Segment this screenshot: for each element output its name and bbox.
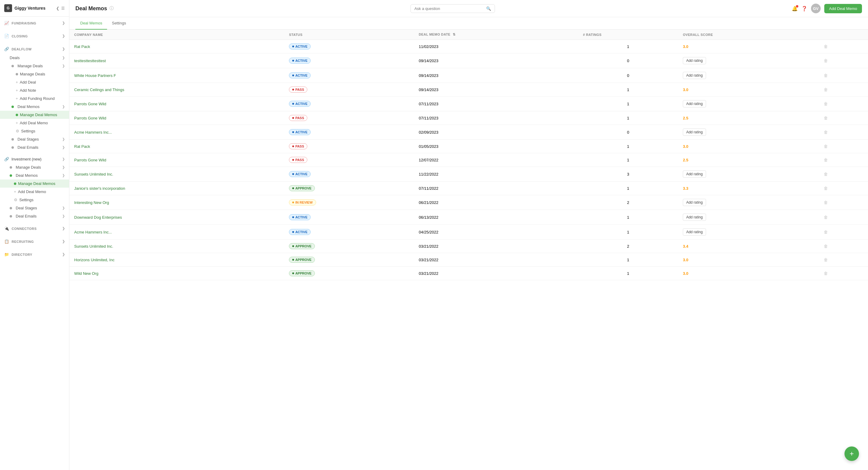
sidebar-collapse-button[interactable]: ❮ ☰ bbox=[56, 6, 65, 10]
sidebar-item-deal-emails-1[interactable]: Deal Emails ❯ bbox=[0, 143, 69, 151]
company-link[interactable]: Rat Pack bbox=[74, 44, 90, 49]
col-date[interactable]: DEAL MEMO DATE ⇅ bbox=[414, 30, 578, 40]
company-link[interactable]: Janice's sister's incorporation bbox=[74, 186, 125, 191]
delete-icon[interactable]: 🗑 bbox=[824, 116, 828, 120]
sidebar-item-settings-inv[interactable]: ⚙ Settings bbox=[0, 196, 69, 204]
company-link[interactable]: Parrots Gone Wild bbox=[74, 158, 106, 162]
help-button[interactable]: ❓ bbox=[801, 6, 807, 11]
add-rating-button[interactable]: Add rating bbox=[683, 170, 706, 178]
company-link[interactable]: Rat Pack bbox=[74, 144, 90, 149]
delete-icon[interactable]: 🗑 bbox=[824, 144, 828, 149]
delete-icon[interactable]: 🗑 bbox=[824, 271, 828, 276]
search-input[interactable] bbox=[414, 6, 484, 11]
sidebar: G Giggy Ventures ❮ ☰ 📈 FUNDRAISING ❯ 📄 C… bbox=[0, 0, 69, 470]
company-link[interactable]: Sunsets Unlimited Inc. bbox=[74, 244, 113, 249]
delete-icon[interactable]: 🗑 bbox=[824, 200, 828, 205]
sidebar-item-manage-deals-1[interactable]: Manage Deals ❯ bbox=[0, 62, 69, 70]
status-badge: PASS bbox=[289, 143, 307, 149]
sidebar-item-add-deal-memo-inv[interactable]: + Add Deal Memo bbox=[0, 188, 69, 196]
badge-dot bbox=[292, 146, 294, 147]
sidebar-item-manage-deals-inv[interactable]: Manage Deals ❯ bbox=[0, 163, 69, 171]
sidebar-item-connectors[interactable]: 🔌 CONNECTORS ❯ bbox=[0, 224, 69, 233]
info-icon[interactable]: ⓘ bbox=[110, 6, 114, 11]
sidebar-item-add-funding-round[interactable]: + Add Funding Round bbox=[0, 94, 69, 102]
delete-icon[interactable]: 🗑 bbox=[824, 257, 828, 262]
sidebar-item-add-deal[interactable]: + Add Deal bbox=[0, 78, 69, 86]
overall-score: 3.0 bbox=[678, 253, 819, 267]
company-link[interactable]: Downward Dog Enterprises bbox=[74, 215, 122, 220]
delete-icon[interactable]: 🗑 bbox=[824, 87, 828, 92]
delete-icon[interactable]: 🗑 bbox=[824, 229, 828, 234]
ratings-count: 1 bbox=[578, 253, 678, 267]
status-badge: APPROVE bbox=[289, 185, 315, 191]
delete-icon[interactable]: 🗑 bbox=[824, 44, 828, 49]
sidebar-item-deals[interactable]: Deals ❯ bbox=[0, 54, 69, 62]
company-link[interactable]: Sunsets Unlimited Inc. bbox=[74, 172, 113, 177]
col-score: OVERALL SCORE bbox=[678, 30, 819, 40]
sidebar-item-recruiting[interactable]: 📋 RECRUITING ❯ bbox=[0, 237, 69, 246]
delete-icon[interactable]: 🗑 bbox=[824, 157, 828, 162]
sidebar-item-settings-1[interactable]: ⚙ Settings bbox=[0, 127, 69, 135]
company-link[interactable]: testtesttesttesttest bbox=[74, 59, 106, 63]
sidebar-item-investment[interactable]: 🔗 Investment (new) ❯ bbox=[0, 155, 69, 163]
delete-icon[interactable]: 🗑 bbox=[824, 171, 828, 177]
company-link[interactable]: Ceramic Ceilings and Things bbox=[74, 88, 124, 92]
delete-icon[interactable]: 🗑 bbox=[824, 130, 828, 134]
add-rating-button[interactable]: Add rating bbox=[683, 57, 706, 64]
ratings-count: 1 bbox=[578, 83, 678, 97]
company-link[interactable]: White House Partners F bbox=[74, 73, 116, 78]
delete-icon[interactable]: 🗑 bbox=[824, 186, 828, 191]
company-link[interactable]: Interesting New Org bbox=[74, 200, 109, 205]
overall-score: Add rating bbox=[678, 68, 819, 83]
deal-memo-date: 09/14/2023 bbox=[414, 83, 578, 97]
add-rating-button[interactable]: Add rating bbox=[683, 199, 706, 206]
sidebar-item-manage-deals-1a[interactable]: Manage Deals bbox=[0, 70, 69, 78]
sidebar-item-manage-deal-memos-inv[interactable]: Manage Deal Memos bbox=[0, 180, 69, 188]
sidebar-label-deal-memos-inv: Deal Memos bbox=[16, 173, 38, 178]
sidebar-item-add-deal-memo-1[interactable]: + Add Deal Memo bbox=[0, 119, 69, 127]
sidebar-item-deal-emails-inv[interactable]: Deal Emails ❯ bbox=[0, 212, 69, 220]
delete-icon[interactable]: 🗑 bbox=[824, 215, 828, 220]
company-name: Giggy Ventures bbox=[14, 6, 45, 10]
sidebar-item-directory[interactable]: 📁 DIRECTORY ❯ bbox=[0, 250, 69, 259]
sidebar-item-dealflow[interactable]: 🔗 DEALFLOW ❯ bbox=[0, 44, 69, 54]
sidebar-item-deal-stages-1[interactable]: Deal Stages ❯ bbox=[0, 135, 69, 143]
company-link[interactable]: Parrots Gone Wild bbox=[74, 116, 106, 120]
delete-icon[interactable]: 🗑 bbox=[824, 73, 828, 78]
chevron-deal-stages-1: ❯ bbox=[62, 137, 65, 141]
sidebar-item-manage-deal-memos-1[interactable]: Manage Deal Memos bbox=[0, 111, 69, 119]
deal-memo-date: 09/14/2023 bbox=[414, 53, 578, 68]
col-status: STATUS bbox=[284, 30, 414, 40]
notification-button[interactable]: 🔔 bbox=[792, 6, 798, 11]
avatar[interactable]: GV bbox=[811, 4, 820, 13]
company-link[interactable]: Wild New Org bbox=[74, 271, 98, 276]
company-link[interactable]: Horizons Unlimited, Inc bbox=[74, 258, 115, 262]
sidebar-item-deal-memos-inv[interactable]: Deal Memos ❯ bbox=[0, 171, 69, 180]
company-link[interactable]: Parrots Gone Wild bbox=[74, 102, 106, 106]
add-rating-button[interactable]: Add rating bbox=[683, 100, 706, 107]
sidebar-item-deal-stages-inv[interactable]: Deal Stages ❯ bbox=[0, 204, 69, 212]
deal-memo-date: 03/21/2022 bbox=[414, 267, 578, 280]
tab-settings[interactable]: Settings bbox=[107, 17, 131, 30]
table-row: Acme Hammers Inc...ACTIVE04/25/20221Add … bbox=[69, 225, 868, 240]
fab-button[interactable]: + bbox=[844, 446, 859, 461]
add-rating-button[interactable]: Add rating bbox=[683, 72, 706, 79]
delete-icon[interactable]: 🗑 bbox=[824, 58, 828, 63]
sidebar-logo[interactable]: G Giggy Ventures bbox=[4, 4, 45, 12]
deal-memo-date: 03/21/2022 bbox=[414, 253, 578, 267]
company-link[interactable]: Acme Hammers Inc... bbox=[74, 130, 112, 134]
add-deal-memo-button[interactable]: Add Deal Memo bbox=[824, 4, 862, 13]
sidebar-label-recruiting: RECRUITING bbox=[12, 240, 34, 244]
sidebar-item-fundraising[interactable]: 📈 FUNDRAISING ❯ bbox=[0, 19, 69, 28]
sidebar-item-closing[interactable]: 📄 CLOSING ❯ bbox=[0, 31, 69, 41]
col-actions bbox=[819, 30, 868, 40]
delete-icon[interactable]: 🗑 bbox=[824, 101, 828, 106]
add-rating-button[interactable]: Add rating bbox=[683, 214, 706, 221]
sidebar-item-add-note[interactable]: + Add Note bbox=[0, 86, 69, 94]
sidebar-item-deal-memos-1[interactable]: Deal Memos ❯ bbox=[0, 102, 69, 111]
company-link[interactable]: Acme Hammers Inc... bbox=[74, 230, 112, 234]
add-rating-button[interactable]: Add rating bbox=[683, 128, 706, 136]
delete-icon[interactable]: 🗑 bbox=[824, 244, 828, 249]
tab-deal-memos[interactable]: Deal Memos bbox=[75, 17, 107, 30]
add-rating-button[interactable]: Add rating bbox=[683, 228, 706, 236]
